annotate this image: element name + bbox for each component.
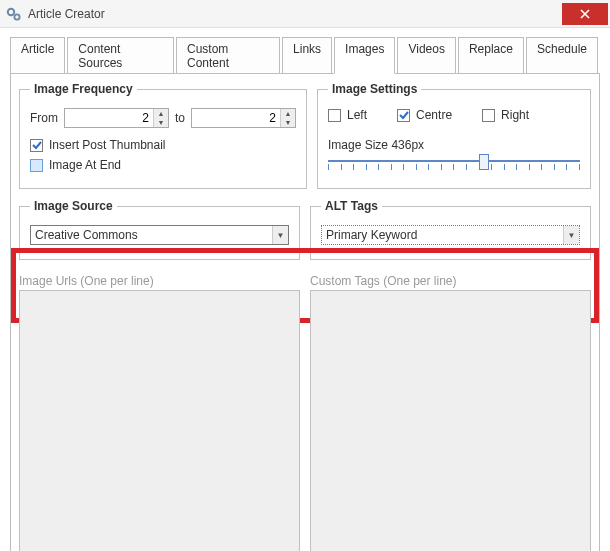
tab-content-sources[interactable]: Content Sources [67, 37, 174, 74]
slider-line [328, 160, 580, 162]
svg-point-0 [8, 8, 14, 14]
tab-page-images: Image Frequency From ▲ ▼ to ▲ ▼ [10, 73, 600, 551]
close-icon [580, 9, 590, 19]
label-custom-tags: Custom Tags (One per line) [310, 274, 591, 288]
checkbox-right[interactable] [482, 109, 495, 122]
check-icon [399, 110, 409, 120]
combo-image-source-value: Creative Commons [31, 228, 272, 242]
input-to[interactable] [192, 109, 280, 127]
input-from[interactable] [65, 109, 153, 127]
group-image-frequency: Image Frequency From ▲ ▼ to ▲ ▼ [19, 82, 307, 189]
group-alt-tags: ALT Tags Primary Keyword ▼ [310, 199, 591, 260]
legend-image-source: Image Source [30, 199, 117, 213]
combo-alt-tags[interactable]: Primary Keyword ▼ [321, 225, 580, 245]
slider-thumb[interactable] [479, 154, 489, 170]
legend-image-frequency: Image Frequency [30, 82, 137, 96]
label-right: Right [501, 108, 529, 122]
close-button[interactable] [562, 3, 608, 25]
label-left: Left [347, 108, 367, 122]
chevron-down-icon[interactable]: ▼ [272, 226, 288, 244]
label-centre: Centre [416, 108, 452, 122]
tab-schedule[interactable]: Schedule [526, 37, 598, 74]
tab-custom-content[interactable]: Custom Content [176, 37, 280, 74]
slider-ticks [328, 164, 580, 172]
checkbox-insert-thumbnail[interactable] [30, 139, 43, 152]
label-image-size: Image Size 436px [328, 138, 580, 152]
label-image-at-end: Image At End [49, 158, 121, 172]
tab-links[interactable]: Links [282, 37, 332, 74]
title-bar: Article Creator [0, 0, 610, 28]
tab-images[interactable]: Images [334, 37, 395, 74]
tab-videos[interactable]: Videos [397, 37, 455, 74]
tab-article[interactable]: Article [10, 37, 65, 74]
spinner-to-buttons[interactable]: ▲ ▼ [280, 109, 295, 127]
label-to: to [175, 111, 185, 125]
svg-point-1 [14, 14, 19, 19]
label-image-urls: Image Urls (One per line) [19, 274, 300, 288]
group-image-settings: Image Settings Left Centre [317, 82, 591, 189]
legend-image-settings: Image Settings [328, 82, 421, 96]
tab-replace[interactable]: Replace [458, 37, 524, 74]
chevron-down-icon[interactable]: ▼ [281, 118, 295, 127]
chevron-down-icon[interactable]: ▼ [154, 118, 168, 127]
checkbox-left[interactable] [328, 109, 341, 122]
spinner-from-buttons[interactable]: ▲ ▼ [153, 109, 168, 127]
combo-image-source[interactable]: Creative Commons ▼ [30, 225, 289, 245]
chevron-up-icon[interactable]: ▲ [154, 109, 168, 118]
group-image-source: Image Source Creative Commons ▼ [19, 199, 300, 260]
spinner-from[interactable]: ▲ ▼ [64, 108, 169, 128]
checkbox-centre[interactable] [397, 109, 410, 122]
label-insert-thumbnail: Insert Post Thumbnail [49, 138, 166, 152]
checkbox-image-at-end[interactable] [30, 159, 43, 172]
legend-alt-tags: ALT Tags [321, 199, 382, 213]
slider-image-size[interactable] [328, 156, 580, 174]
combo-alt-tags-value: Primary Keyword [322, 228, 563, 242]
spinner-to[interactable]: ▲ ▼ [191, 108, 296, 128]
chevron-up-icon[interactable]: ▲ [281, 109, 295, 118]
textarea-custom-tags[interactable] [310, 290, 591, 551]
gears-icon [6, 6, 22, 22]
window-title: Article Creator [28, 7, 562, 21]
textarea-image-urls[interactable] [19, 290, 300, 551]
tab-bar: Article Content Sources Custom Content L… [0, 28, 610, 73]
check-icon [32, 140, 42, 150]
chevron-down-icon[interactable]: ▼ [563, 226, 579, 244]
label-from: From [30, 111, 58, 125]
